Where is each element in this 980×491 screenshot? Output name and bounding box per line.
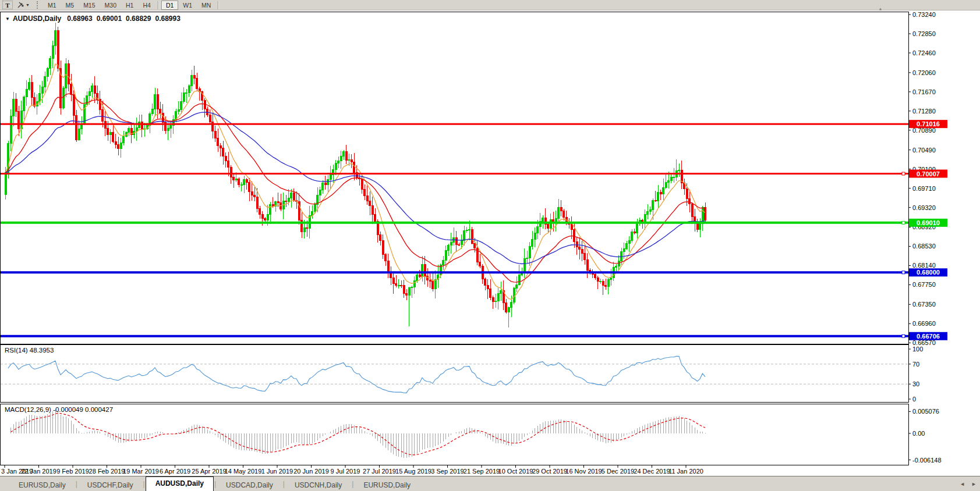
tab-audusd-daily[interactable]: AUDUSD,Daily	[146, 476, 214, 491]
toolbar-grip[interactable]	[37, 1, 39, 9]
svg-text:0.72460: 0.72460	[912, 49, 936, 56]
date-tick-label: 28 Feb 2019	[89, 468, 125, 475]
timeframe-button-m5[interactable]: M5	[61, 1, 79, 10]
date-tick-label: 20 Jun 2019	[293, 468, 329, 475]
ohlc-open: 0.68963	[67, 15, 92, 23]
svg-text:0.68140: 0.68140	[912, 262, 936, 269]
svg-text:-0.006148: -0.006148	[912, 457, 942, 464]
timeframe-buttons: M1M5M15M30H1H4D1W1MN	[43, 0, 215, 10]
chart-symbol-label: AUDUSD,Daily	[13, 15, 61, 23]
date-tick-label: 9 Jul 2019	[331, 468, 360, 475]
macd-indicator-canvas[interactable]: 0.0050760.00-0.006148	[0, 404, 980, 465]
svg-text:0.70007: 0.70007	[917, 170, 940, 177]
date-tick-label: 15 Aug 2019	[395, 468, 431, 475]
date-tick-label: 25 Apr 2019	[192, 468, 226, 475]
timeframe-button-h4[interactable]: H4	[138, 1, 155, 10]
timeframe-button-m30[interactable]: M30	[100, 1, 121, 10]
date-tick-label: 11 Jan 2020	[668, 468, 703, 475]
svg-text:0.68530: 0.68530	[912, 243, 936, 250]
chart-shift-marker-icon: ▲	[878, 6, 883, 12]
timeframe-button-w1[interactable]: W1	[178, 1, 197, 10]
tab-bar: EURUSD,Daily|USDCHF,Daily|AUDUSD,Daily|U…	[0, 476, 980, 491]
text-tool-button[interactable]: T	[2, 1, 13, 9]
date-tick-label: 21 Sep 2019	[464, 468, 500, 475]
date-tick-label: 9 Feb 2019	[56, 468, 89, 475]
ohlc-high: 0.69001	[97, 15, 122, 23]
svg-text:0.69710: 0.69710	[912, 185, 936, 192]
collapse-triangle-icon[interactable]: ▼	[5, 16, 10, 22]
rsi-indicator-canvas[interactable]: 10070300	[0, 344, 980, 403]
svg-text:0: 0	[912, 396, 916, 403]
date-tick-label: 5 Dec 2019	[602, 468, 634, 475]
svg-text:0.70490: 0.70490	[912, 147, 936, 154]
svg-text:0.73240: 0.73240	[912, 12, 936, 18]
tab-usdcnh-daily[interactable]: USDCNH,Daily	[285, 480, 351, 491]
swap-arrows-icon	[16, 1, 25, 9]
ohlc-close: 0.68993	[155, 15, 180, 23]
tab-scroll-left-icon[interactable]: ◄	[960, 481, 965, 487]
date-tick-label: 22 Jan 2019	[21, 468, 56, 475]
svg-text:0.67350: 0.67350	[912, 301, 936, 308]
svg-text:0.005076: 0.005076	[912, 408, 939, 415]
svg-text:0.00: 0.00	[912, 430, 925, 437]
timeframe-button-mn[interactable]: MN	[197, 1, 215, 10]
date-tick-label: 24 Dec 2019	[634, 468, 670, 475]
mt4-window: T ▼ M1M5M15M30H1H4D1W1MN ▲ 0.732400.7285…	[0, 0, 980, 491]
dropdown-caret-icon: ▼	[26, 3, 30, 7]
svg-text:0.69320: 0.69320	[912, 204, 936, 211]
date-tick-label: 19 Mar 2019	[123, 468, 159, 475]
toolbar-separator-end	[218, 1, 219, 9]
tab-eurusd-daily[interactable]: EURUSD,Daily	[354, 480, 420, 491]
macd-label: MACD(12,26,9) -0.000049 0.000427	[5, 406, 113, 413]
svg-text:0.67750: 0.67750	[912, 281, 936, 288]
date-tick-label: 29 Oct 2019	[532, 468, 567, 475]
tab-bar-tabs: EURUSD,Daily|USDCHF,Daily|AUDUSD,Daily|U…	[9, 476, 420, 491]
svg-text:0.66706: 0.66706	[917, 333, 940, 340]
tab-scroll-right-icon[interactable]: ►	[971, 481, 977, 487]
svg-text:0.68000: 0.68000	[917, 269, 940, 276]
svg-text:0.71280: 0.71280	[912, 108, 936, 115]
tab-usdcad-daily[interactable]: USDCAD,Daily	[217, 480, 282, 491]
tab-eurusd-daily[interactable]: EURUSD,Daily	[9, 480, 75, 491]
timeframe-button-m1[interactable]: M1	[43, 1, 61, 10]
price-chart-canvas[interactable]: 0.732400.728500.724600.720600.716700.712…	[0, 12, 980, 349]
svg-text:0.66960: 0.66960	[912, 320, 936, 327]
rsi-label: RSI(14) 48.3953	[5, 347, 54, 354]
top-toolbar: T ▼ M1M5M15M30H1H4D1W1MN	[0, 0, 980, 10]
toolbar-separator	[158, 1, 159, 9]
time-axis[interactable]: 3 Jan 201922 Jan 20199 Feb 201928 Feb 20…	[0, 465, 980, 476]
date-tick-label: 3 Sep 2019	[431, 468, 464, 475]
date-tick-label: 27 Jul 2019	[363, 468, 396, 475]
date-tick-label: 6 Apr 2019	[160, 468, 190, 475]
cycle-symbols-button[interactable]: ▼	[16, 1, 30, 9]
svg-text:70: 70	[912, 361, 919, 368]
date-tick-label: 1 Jun 2019	[261, 468, 293, 475]
date-tick-label: 10 Oct 2019	[498, 468, 533, 475]
tab-scroll-arrows: ◄ ►	[960, 481, 977, 487]
timeframe-button-m15[interactable]: M15	[79, 1, 100, 10]
date-tick-label: 14 May 2019	[225, 468, 262, 475]
svg-text:30: 30	[912, 380, 919, 387]
ohlc-low: 0.68829	[126, 15, 151, 23]
svg-text:0.72060: 0.72060	[912, 69, 936, 76]
svg-text:0.71670: 0.71670	[912, 88, 936, 95]
svg-text:0.71016: 0.71016	[917, 120, 940, 127]
chart-title: ▼ AUDUSD,Daily 0.68963 0.69001 0.68829 0…	[5, 15, 185, 23]
svg-text:100: 100	[912, 346, 923, 353]
timeframe-button-h1[interactable]: H1	[121, 1, 138, 10]
svg-text:0.69010: 0.69010	[917, 219, 940, 226]
tab-usdchf-daily[interactable]: USDCHF,Daily	[78, 480, 143, 491]
timeframe-button-d1[interactable]: D1	[161, 1, 178, 10]
date-tick-label: 16 Nov 2019	[565, 468, 602, 475]
svg-text:0.72850: 0.72850	[912, 30, 936, 37]
